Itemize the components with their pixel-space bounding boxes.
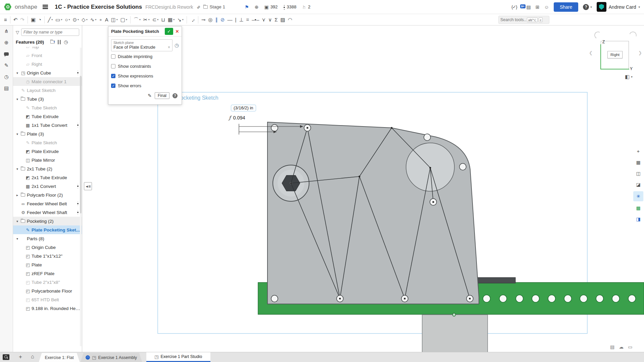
mirror-tool-icon[interactable]: ◫ ▾: [110, 15, 119, 24]
edit-document-icon[interactable]: ✎: [4, 62, 9, 68]
dialog-help-icon[interactable]: ?: [172, 93, 178, 98]
vertical-constraint-icon[interactable]: | ▾: [234, 15, 238, 24]
horizontal-constraint-icon[interactable]: — ▾: [226, 15, 234, 24]
sketch-expressions-icon[interactable]: Σ ▾: [273, 15, 279, 24]
feature-row[interactable]: Layout Sketch: [13, 86, 82, 95]
rollback-dots-icon[interactable]: [77, 183, 79, 190]
chevron-icon[interactable]: [14, 132, 20, 136]
feature-row[interactable]: Polycarbonate Floor: [13, 287, 82, 295]
filter-input[interactable]: [21, 29, 79, 36]
feature-row[interactable]: Tube Sketch: [13, 103, 82, 112]
education-flag-icon[interactable]: ⚑: [245, 4, 249, 10]
tab-count-stat[interactable]: ▣ 392: [264, 4, 278, 10]
feature-row[interactable]: Origin Cube: [13, 243, 82, 252]
spline-tool-icon[interactable]: ∿ ▾: [89, 15, 98, 24]
history-icon[interactable]: ◷: [4, 74, 8, 80]
appearance-panel-icon[interactable]: ✳: [633, 191, 643, 201]
fix-constraint-icon[interactable]: ▨ ▾: [279, 15, 286, 24]
likes-stat[interactable]: ☞ 2: [302, 4, 310, 10]
rotate-arrow-icon[interactable]: [628, 30, 638, 40]
main-menu-icon[interactable]: [43, 6, 48, 7]
feature-row[interactable]: zREF Plate: [13, 269, 82, 278]
checkbox[interactable]: [111, 74, 115, 78]
exploded-view-icon[interactable]: ◫: [634, 169, 643, 178]
onshape-logo-icon[interactable]: [4, 3, 11, 11]
feature-script-icon[interactable]: {✓}: [511, 4, 517, 9]
feature-row[interactable]: Plate (3): [13, 130, 82, 138]
feature-row[interactable]: 2x1 Tube (2): [13, 164, 82, 173]
panel-scrollbar[interactable]: [80, 48, 82, 346]
rotate-left-icon[interactable]: ❮: [589, 50, 593, 55]
feature-list-icon[interactable]: ≡ ▾: [3, 15, 8, 24]
trim-tool-icon[interactable]: ✂ ▾: [142, 15, 151, 24]
accept-button[interactable]: ✓: [165, 28, 173, 35]
rollback-dots-icon[interactable]: [77, 200, 79, 207]
polygon-tool-icon[interactable]: ◇ ▾: [80, 15, 89, 24]
chevron-icon[interactable]: [14, 219, 20, 223]
cloud-status-icon[interactable]: ☁: [619, 344, 624, 350]
document-title[interactable]: 1C - Practice Exercise Solutions: [55, 4, 142, 10]
pattern-tool-icon[interactable]: ▦ ▾: [166, 15, 176, 24]
public-globe-icon[interactable]: ⊕: [255, 4, 259, 10]
circle-tool-icon[interactable]: ○ ▾: [63, 15, 71, 24]
rollback-dots-icon[interactable]: [77, 122, 79, 128]
search-tools-box[interactable]: alt/⌥ c: [498, 16, 549, 24]
feature-row[interactable]: Origin Cube: [13, 68, 82, 77]
chevron-icon[interactable]: [14, 193, 20, 197]
checkbox-row[interactable]: Show expressions: [111, 71, 179, 81]
view-cube-face-label[interactable]: Right: [607, 51, 623, 58]
ai-advisor-icon[interactable]: ☺: [544, 4, 549, 10]
feature-row[interactable]: Polycarb Floor (2): [13, 191, 82, 199]
feature-row[interactable]: Top: [13, 47, 82, 51]
concentric-constraint-icon[interactable]: ◎ ▾: [207, 15, 214, 24]
sketch-options-icon[interactable]: ✎: [148, 93, 152, 98]
checkbox[interactable]: [111, 54, 115, 59]
undo-icon[interactable]: ↶ ▾: [12, 15, 19, 24]
sketch-plane-field[interactable]: Sketch plane Face of Plate Extrude ×: [111, 39, 172, 51]
equal-constraint-icon[interactable]: = ▾: [245, 15, 251, 24]
feature-row[interactable]: Plate Pocketing Sket...: [13, 225, 82, 234]
home-icon[interactable]: ⌂: [31, 354, 34, 360]
checkbox-row[interactable]: Show errors: [111, 81, 179, 90]
coincident-constraint-icon[interactable]: ⊸ ▾: [200, 15, 207, 24]
rollback-dots-icon[interactable]: [77, 209, 79, 216]
suppress-icon[interactable]: [58, 40, 61, 44]
section-view-icon[interactable]: ▦: [634, 158, 643, 167]
checkbox[interactable]: [111, 84, 115, 88]
feature-row[interactable]: Plate: [13, 260, 82, 269]
task-list-icon[interactable]: ▤: [527, 4, 531, 10]
filter-icon[interactable]: ▽: [16, 30, 19, 35]
rollback-bar-handle[interactable]: ◄≣: [84, 182, 92, 190]
named-views-icon[interactable]: ◪: [634, 180, 643, 189]
tangent-constraint-icon[interactable]: ⊘ ▾: [219, 15, 226, 24]
divider[interactable]: ▾: [28, 16, 28, 23]
ellipse-tool-icon[interactable]: ⊙ ▾: [71, 15, 81, 24]
perpendicular-constraint-icon[interactable]: ⊥ ▾: [238, 15, 245, 24]
clear-selection-icon[interactable]: ×: [168, 45, 170, 50]
derive-icon[interactable]: ◔ ▾: [37, 15, 43, 24]
chevron-icon[interactable]: [14, 71, 20, 75]
3d-viewport[interactable]: [0, 0, 644, 362]
app-store-icon[interactable]: ⊞: [536, 4, 540, 10]
dimension-expression-box[interactable]: (3/16/2) in: [231, 105, 256, 111]
rectangle-tool-icon[interactable]: ▭ ▾: [54, 15, 63, 24]
view-menu[interactable]: ◧ ▾: [625, 74, 633, 80]
checkbox-row[interactable]: Disable imprinting: [111, 52, 179, 61]
display-states-icon[interactable]: ▩: [634, 204, 643, 212]
checkbox-row[interactable]: Show constraints: [111, 62, 179, 71]
checkbox[interactable]: [111, 64, 115, 68]
feature-row[interactable]: Tube (3): [13, 95, 82, 103]
feature-row[interactable]: Feeeder Wheel Belt: [13, 199, 82, 208]
search-tools-input[interactable]: [500, 17, 526, 22]
chevron-icon[interactable]: [14, 97, 20, 101]
divider[interactable]: ▾: [10, 16, 10, 23]
import-dxf-icon[interactable]: ↘ ▾: [176, 15, 185, 24]
rollback-dots-icon[interactable]: [77, 69, 79, 76]
normal-constraint-icon[interactable]: ⋎ ▾: [260, 15, 267, 24]
add-tab-button[interactable]: +: [19, 354, 22, 360]
print-preview-icon[interactable]: ▤: [610, 344, 614, 350]
slot-tool-icon[interactable]: ▢ ▾: [119, 15, 129, 24]
document-tab[interactable]: ◠ ◳ Exercise 1 Part Studio: [146, 352, 210, 362]
feature-row[interactable]: Right: [13, 60, 82, 68]
tab-manager-icon[interactable]: [3, 354, 9, 360]
